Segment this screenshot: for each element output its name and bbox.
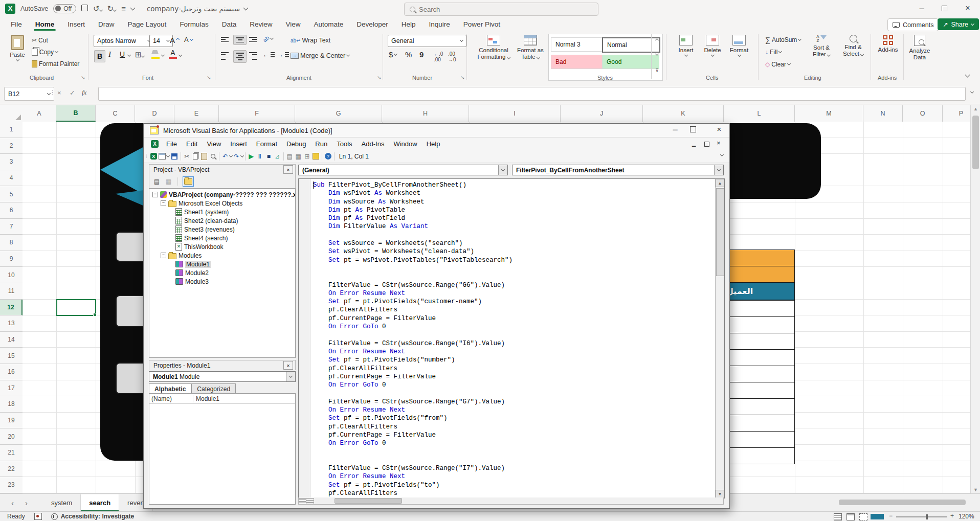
ribbon-tab-power-pivot[interactable]: Power Pivot [457,18,507,31]
row-headers[interactable]: 123456789101112131415161718192021222324 [0,122,23,493]
customize-qat-icon[interactable]: ≡ [121,4,126,13]
property-value[interactable]: Module1 [193,395,219,402]
column-header-H[interactable]: H [382,105,469,122]
row-header-16[interactable]: 16 [0,364,23,380]
insert-userform-icon[interactable] [158,152,167,161]
vba-menu-help[interactable]: Help [422,138,445,150]
project-explorer-icon[interactable]: ▤ [285,152,294,161]
ribbon-tab-view[interactable]: View [279,18,307,31]
ribbon-tab-page-layout[interactable]: Page Layout [121,18,173,31]
ribbon-tab-inquire[interactable]: Inquire [422,18,457,31]
code-object-chevron-icon[interactable] [498,165,507,175]
insert-object-chevron-icon[interactable] [166,153,170,157]
decrease-indent-button[interactable]: ← [263,51,275,58]
decrease-decimal-button[interactable]: .00→0 [448,51,456,62]
format-painter-button[interactable]: Format Painter [32,60,79,67]
view-excel-icon[interactable]: X [149,152,158,161]
row-header-14[interactable]: 14 [0,332,23,348]
orientation-button[interactable]: ab [263,36,273,42]
align-right-button[interactable] [249,52,257,60]
redo-icon[interactable]: ↷ [232,152,241,161]
align-top-button[interactable] [221,37,229,42]
share-button[interactable]: ↗ Share [938,18,979,30]
ribbon-tab-developer[interactable]: Developer [350,18,395,31]
ribbon-tab-data[interactable]: Data [215,18,243,31]
ribbon-tab-formulas[interactable]: Formulas [173,18,215,31]
vba-menu-run[interactable]: Run [310,138,332,150]
vba-menu-addins[interactable]: Add-Ins [357,138,389,150]
tab-categorized[interactable]: Categorized [191,383,236,394]
comma-style-button[interactable]: 9 [419,50,424,59]
row-header-22[interactable]: 22 [0,461,23,478]
style-normal-3[interactable]: Normal 3 [551,37,608,52]
copy-button[interactable]: Copy [32,49,58,56]
autosave-toggle[interactable]: Off [53,4,76,13]
select-all-corner[interactable] [0,105,23,122]
row-header-7[interactable]: 7 [0,219,23,235]
vba-close-button[interactable]: × [712,125,726,133]
tree-item-modules[interactable]: −Modules [149,251,295,260]
align-left-button[interactable] [221,52,229,60]
scroll-up-icon[interactable]: ▲ [971,106,980,111]
column-header-C[interactable]: C [96,105,135,122]
row-header-11[interactable]: 11 [0,283,23,300]
zoom-out-icon[interactable]: − [889,512,893,519]
ribbon-tab-home[interactable]: Home [29,18,61,31]
row-header-5[interactable]: 5 [0,186,23,202]
row-header-12[interactable]: 12 [0,300,23,316]
clear-button[interactable]: ◇Clear [765,61,790,68]
format-cells-button[interactable]: Format [727,35,751,56]
view-page-layout-icon[interactable] [847,513,855,520]
toolbar-options-icon[interactable] [720,153,724,156]
save-icon[interactable] [81,5,88,13]
percent-button[interactable]: % [405,50,412,59]
properties-object-chevron-icon[interactable] [286,372,295,381]
view-normal-icon[interactable] [834,513,842,520]
vba-menu-window[interactable]: Window [389,138,421,150]
row-header-17[interactable]: 17 [0,380,23,397]
title-chevron-icon[interactable] [243,5,249,10]
name-box[interactable]: B12 [4,87,54,101]
code-procedure-chevron-icon[interactable] [714,165,723,175]
code-object-select[interactable]: (General) [298,165,508,175]
help-icon[interactable]: ? [324,152,332,161]
comments-button[interactable]: Comments [887,18,939,31]
cancel-formula-icon[interactable]: × [57,89,61,97]
increase-indent-button[interactable]: → [277,51,289,58]
ribbon-tab-draw[interactable]: Draw [92,18,121,31]
tree-item-microsoft[interactable]: −Microsoft Excel Objects [149,199,295,208]
toggle-folders-icon[interactable] [183,176,194,187]
row-header-19[interactable]: 19 [0,413,23,429]
row-header-18[interactable]: 18 [0,396,23,413]
project-panel-close-icon[interactable]: × [283,165,293,174]
row-header-2[interactable]: 2 [0,138,23,154]
underline-button[interactable]: U [120,50,125,58]
add-ins-button[interactable]: Add-ins [876,35,900,53]
sheet-nav-left-icon[interactable]: ‹ [11,499,14,507]
procedure-view-icon[interactable] [299,498,306,504]
vba-child-minimize-icon[interactable]: ‗ [692,139,696,147]
autosum-button[interactable]: ∑AutoSum [765,36,801,44]
row-header-1[interactable]: 1 [0,122,23,138]
copy-icon[interactable] [191,152,200,161]
delete-cells-button[interactable]: Delete [701,35,724,56]
code-editor[interactable]: Sub FilterPivot_ByCellFromAnotherSheet()… [298,178,725,499]
cut-icon[interactable]: ✂ [183,152,191,161]
properties-panel-close-icon[interactable]: × [283,361,293,370]
cut-button[interactable]: ✂Cut [32,37,48,44]
row-header-15[interactable]: 15 [0,348,23,364]
vba-menu-insert[interactable]: Insert [226,138,252,150]
row-header-3[interactable]: 3 [0,154,23,170]
code-procedure-select[interactable]: FilterPivot_ByCellFromAnotherSheet [512,165,724,175]
column-headers[interactable]: ABCDEFGHIJKLMNOP [23,105,970,122]
tree-item-module1[interactable]: Module1 [149,260,295,268]
fill-color-button[interactable] [151,50,160,59]
number-format-select[interactable]: General [388,35,466,47]
tree-item-vbaproject[interactable]: −VBAProject (company-????? ??? ??????.xl… [149,190,295,199]
column-header-E[interactable]: E [174,105,219,122]
view-code-icon[interactable]: ▤ [152,177,161,186]
undo-icon[interactable]: ↶ [221,152,230,161]
macro-record-icon[interactable] [34,513,42,520]
tree-item-thisworkbook[interactable]: ✕ThisWorkbook [149,242,295,251]
vba-child-close-icon[interactable]: × [717,139,721,147]
